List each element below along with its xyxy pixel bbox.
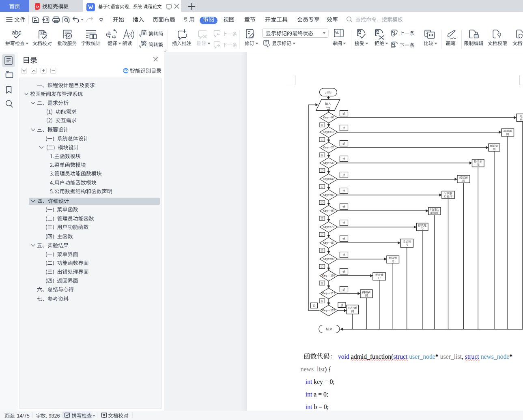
svg-text:struct: struct [393, 353, 407, 360]
svg-text:*: * [509, 353, 512, 360]
svg-text:news_list: news_list [301, 366, 325, 373]
svg-text:*: * [435, 353, 439, 360]
svg-text:Key==5?: Key==5? [323, 193, 334, 197]
svg-text:a = 0;: a = 0; [312, 391, 328, 398]
svg-text:user_node: user_node [409, 353, 435, 360]
svg-text:Key==8?: Key==8? [323, 241, 334, 244]
svg-text:Key==12?: Key==12? [322, 309, 335, 312]
svg-text:struct: struct [465, 353, 479, 360]
svg-text:news_node: news_node [481, 353, 510, 360]
svg-text:Key==6?: Key==6? [323, 209, 334, 212]
svg-text:Key==0?: Key==0? [323, 116, 334, 119]
svg-text:Key==3?: Key==3? [323, 161, 334, 165]
svg-text:Key==4?: Key==4? [323, 178, 334, 181]
svg-text:admid_function: admid_function [351, 353, 391, 360]
svg-text:key: key [326, 106, 330, 109]
svg-text:int: int [306, 403, 312, 410]
svg-text:Key==9?: Key==9? [323, 257, 334, 261]
svg-text:key = 0;: key = 0; [312, 378, 334, 386]
svg-text:Key==7?: Key==7? [323, 225, 334, 229]
svg-text:) {: ) { [325, 366, 331, 373]
svg-text:,: , [462, 353, 465, 360]
svg-text:Key==11?: Key==11? [322, 292, 335, 295]
svg-text:user_list: user_list [440, 353, 462, 360]
svg-text:a: a [108, 29, 111, 36]
svg-text:void: void [338, 353, 351, 360]
svg-text:: 9326: : 9326 [46, 413, 60, 419]
svg-text:: 14/75: : 14/75 [14, 413, 30, 419]
svg-text:int: int [306, 378, 312, 385]
svg-text:int: int [306, 391, 312, 398]
svg-text:Key==2?: Key==2? [323, 146, 334, 149]
svg-text:Key==10?: Key==10? [322, 274, 335, 277]
svg-text:a: a [41, 31, 43, 35]
svg-text:b = 0;: b = 0; [312, 403, 329, 410]
svg-text:Key==1?: Key==1? [323, 131, 334, 134]
